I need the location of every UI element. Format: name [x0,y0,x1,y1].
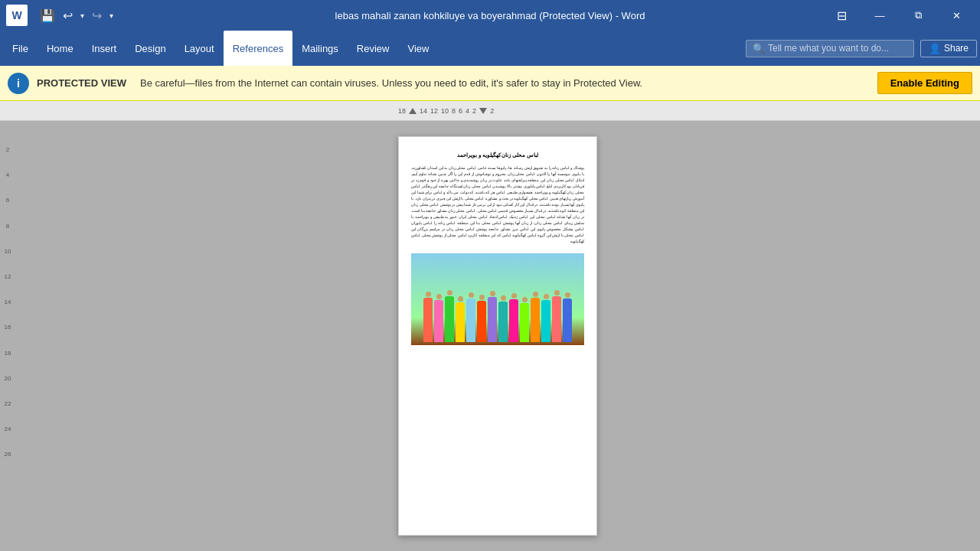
vruler-14: 14 [5,295,11,309]
close-button[interactable]: ✕ [939,4,974,27]
tab-view[interactable]: View [398,31,438,66]
enable-editing-button[interactable]: Enable Editing [877,72,972,94]
customize-quick-access[interactable]: ▾ [106,10,116,21]
ruler-triangle-up-left[interactable] [409,108,416,114]
vruler-6: 6 [5,193,11,207]
vruler-18: 18 [5,346,11,360]
tab-home[interactable]: Home [38,31,83,66]
protected-view-label: PROTECTED VIEW [37,77,126,89]
search-icon: 🔍 [753,43,765,54]
person-figure [434,294,444,342]
vruler-12: 12 [5,269,11,284]
main-content: 2 4 6 8 10 12 14 16 18 20 22 24 26 لباس … [0,121,980,551]
person-figure [563,292,573,342]
undo-dropdown[interactable]: ▾ [77,10,87,21]
tab-review[interactable]: Review [348,31,399,66]
vruler-26: 26 [5,447,11,461]
ruler-mark-2: 2 [472,107,476,115]
share-icon: 👤 [929,43,941,54]
page-title: لباس محلی زنان کهگیلویه و بویراحمد [411,152,584,158]
quick-access-toolbar: 💾 ↩ ▾ ↪ ▾ [37,7,116,24]
search-input[interactable] [768,43,906,54]
minimize-button[interactable]: — [862,4,897,27]
ruler-mark-6: 6 [459,107,462,115]
vruler-4: 4 [5,168,11,182]
ruler-mark-8: 8 [452,107,456,115]
ruler-mark-12: 12 [430,107,438,115]
redo-button[interactable]: ↪ [89,7,105,24]
person-figure [531,292,541,342]
tab-mailings[interactable]: Mailings [292,31,348,66]
search-box[interactable]: 🔍 [746,40,914,57]
person-figure [509,293,519,342]
person-figure [445,290,455,342]
title-bar: W 💾 ↩ ▾ ↪ ▾ lebas mahali zanan kohkiluye… [0,0,980,31]
person-figure [456,296,466,342]
save-button[interactable]: 💾 [37,7,58,24]
window-controls: ⊟ — ⧉ ✕ [824,4,974,27]
person-figure [423,292,433,342]
title-bar-left: W 💾 ↩ ▾ ↪ ▾ [6,5,116,26]
vruler-22: 22 [5,396,11,411]
vruler-2: 2 [5,142,11,157]
protected-view-bar: i PROTECTED VIEW Be careful—files from t… [0,66,980,101]
protected-view-message: Be careful—files from the Internet can c… [140,77,870,89]
ruler: 18 14 12 10 8 6 4 2 2 [0,101,980,121]
ribbon: File Home Insert Design Layout Reference… [0,31,980,66]
person-figure [498,295,508,342]
tab-references[interactable]: References [224,31,292,66]
vruler-20: 20 [5,371,11,386]
person-figure [477,295,487,342]
document-image [411,253,584,345]
ruler-mark-14: 14 [420,107,427,115]
person-figure [541,294,551,342]
document-page: لباس محلی زنان کهگیلویه و بویراحمد پوشاک… [398,136,597,536]
share-button[interactable]: 👤 Share [920,40,977,57]
tab-layout[interactable]: Layout [175,31,224,66]
ruler-mark-2-right: 2 [490,107,494,115]
vruler-16: 16 [5,320,11,334]
document-area[interactable]: لباس محلی زنان کهگیلویه و بویراحمد پوشاک… [15,121,980,551]
tab-file[interactable]: File [3,31,38,66]
word-icon: W [6,5,28,26]
tab-design[interactable]: Design [126,31,175,66]
ribbon-toggle-button[interactable]: ⊟ [824,4,859,27]
undo-button[interactable]: ↩ [60,7,76,24]
ruler-mark-4: 4 [466,107,469,115]
person-figure [520,297,530,342]
vruler-8: 8 [5,219,11,233]
ruler-mark-10: 10 [441,107,449,115]
ruler-mark-18: 18 [398,107,406,115]
vruler-24: 24 [5,422,11,436]
tab-insert[interactable]: Insert [83,31,126,66]
vertical-ruler: 2 4 6 8 10 12 14 16 18 20 22 24 26 [0,121,15,551]
person-figure [466,292,476,342]
page-text: پوشاک و لباس زنانه را به تشویق ارتش رسان… [411,165,584,244]
info-icon: i [8,73,29,94]
restore-button[interactable]: ⧉ [900,4,936,27]
window-title: lebas mahali zanan kohkiluye va boyerahm… [335,10,645,21]
person-figure [488,291,498,342]
ruler-triangle-up-right[interactable] [479,108,487,114]
vruler-10: 10 [5,244,11,259]
person-figure [552,290,562,342]
ribbon-search-area: 🔍 👤 Share [746,40,977,57]
share-label: Share [944,43,969,54]
